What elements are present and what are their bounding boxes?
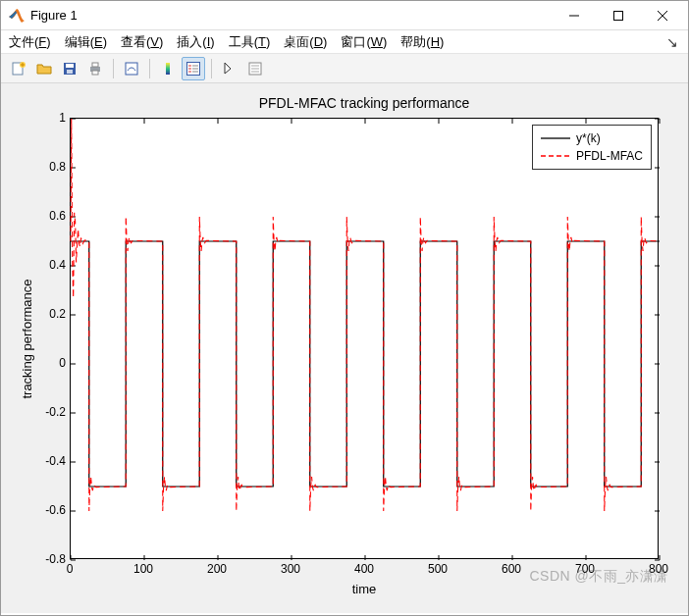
window-title: Figure 1 [30, 8, 78, 23]
svg-rect-10 [166, 63, 170, 75]
x-tick-label: 400 [354, 562, 374, 576]
x-tick-label: 0 [67, 562, 74, 576]
edit-plot-button[interactable] [218, 57, 241, 80]
svg-rect-5 [67, 70, 73, 74]
menu-tools[interactable]: 工具(T) [229, 33, 271, 51]
legend-entry[interactable]: y*(k) [541, 129, 643, 147]
menu-help[interactable]: 帮助(H) [400, 33, 444, 51]
minimize-button[interactable] [552, 2, 596, 29]
x-tick-label: 500 [428, 562, 448, 576]
chart-title: PFDL-MFAC tracking performance [70, 95, 659, 111]
y-tick-label: 0.4 [26, 258, 66, 272]
chart-svg [71, 119, 660, 560]
menu-file[interactable]: 文件(F) [9, 33, 51, 51]
window-titlebar: Figure 1 [1, 1, 688, 30]
y-tick-label: 0 [26, 356, 66, 370]
insert-legend-button[interactable] [182, 57, 205, 80]
close-button[interactable] [640, 2, 684, 29]
link-axes-button[interactable] [120, 57, 143, 80]
menu-view[interactable]: 查看(V) [121, 33, 163, 51]
legend-label: PFDL-MFAC [576, 149, 643, 163]
y-tick-label: -0.6 [26, 503, 66, 517]
menu-desktop[interactable]: 桌面(D) [284, 33, 327, 51]
toolbar-separator [211, 59, 212, 78]
x-tick-label: 800 [649, 562, 668, 576]
axes[interactable]: y*(k) PFDL-MFAC [70, 118, 659, 559]
insert-colorbar-button[interactable] [156, 57, 180, 80]
svg-rect-4 [66, 64, 74, 68]
y-tick-label: 0.6 [26, 209, 66, 223]
x-tick-label: 600 [502, 562, 521, 576]
y-tick-label: -0.2 [26, 405, 66, 419]
matlab-logo-icon [9, 8, 25, 24]
x-axis-label: time [70, 582, 659, 596]
svg-rect-9 [126, 63, 137, 75]
x-tick-label: 700 [575, 562, 595, 576]
svg-rect-7 [92, 63, 98, 67]
legend[interactable]: y*(k) PFDL-MFAC [532, 125, 652, 170]
y-tick-label: 1 [26, 111, 66, 125]
x-tick-label: 200 [207, 562, 227, 576]
maximize-button[interactable] [596, 2, 640, 29]
menu-bar: 文件(F) 编辑(E) 查看(V) 插入(I) 工具(T) 桌面(D) 窗口(W… [1, 30, 688, 54]
y-axis-label: tracking performance [17, 118, 36, 559]
y-tick-label: -0.4 [26, 454, 66, 468]
legend-entry[interactable]: PFDL-MFAC [541, 147, 643, 165]
save-button[interactable] [58, 57, 81, 80]
x-tick-label: 300 [281, 562, 300, 576]
menu-window[interactable]: 窗口(W) [341, 33, 387, 51]
legend-label: y*(k) [576, 131, 601, 145]
menu-insert[interactable]: 插入(I) [177, 33, 214, 51]
dock-arrow-icon[interactable]: ↘ [666, 34, 678, 50]
print-button[interactable] [83, 57, 107, 80]
y-tick-label: -0.8 [26, 552, 66, 566]
x-tick-label: 100 [133, 562, 153, 576]
new-figure-button[interactable] [7, 57, 30, 80]
svg-rect-8 [92, 71, 98, 75]
toolbar-separator [113, 59, 114, 78]
open-property-inspector-button[interactable] [243, 57, 267, 80]
open-button[interactable] [32, 57, 56, 80]
y-tick-label: 0.2 [26, 307, 66, 321]
menu-edit[interactable]: 编辑(E) [65, 33, 107, 51]
toolbar-separator [149, 59, 150, 78]
svg-rect-0 [613, 11, 622, 20]
toolbar [1, 54, 688, 83]
y-tick-label: 0.8 [26, 160, 66, 174]
figure-canvas[interactable]: PFDL-MFAC tracking performance tracking … [1, 83, 688, 613]
